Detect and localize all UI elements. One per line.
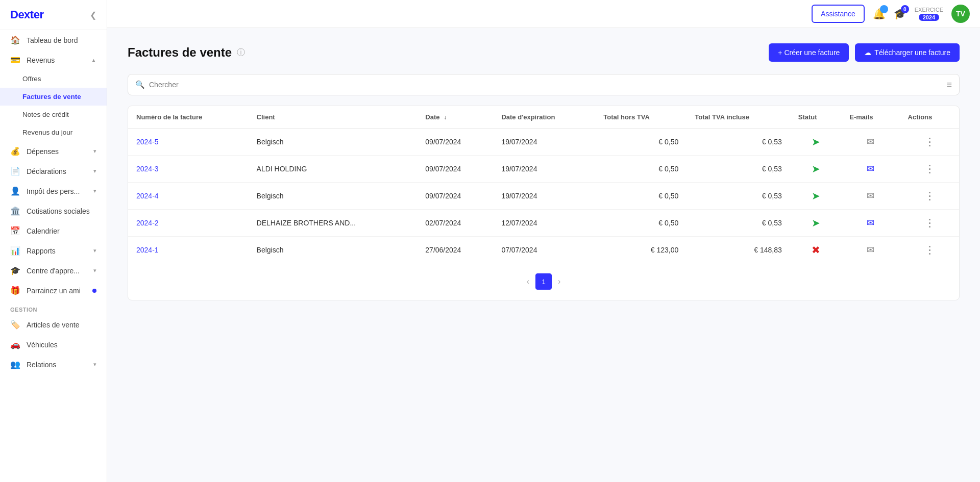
email-sent-icon[interactable]: ✉ bbox=[867, 164, 874, 174]
cell-email: ✉ bbox=[841, 210, 899, 237]
col-date: Date ↓ bbox=[417, 106, 493, 129]
vehicules-icon: 🚗 bbox=[10, 340, 20, 349]
filter-icon[interactable]: ≡ bbox=[946, 80, 952, 90]
nav-tableau-de-bord[interactable]: 🏠 Tableau de bord bbox=[0, 30, 107, 50]
invoice-link[interactable]: 2024-5 bbox=[136, 138, 159, 146]
nav-label-tableau: Tableau de bord bbox=[27, 36, 96, 44]
email-sent-icon[interactable]: ✉ bbox=[867, 218, 874, 228]
cell-numero: 2024-5 bbox=[128, 129, 249, 156]
nav-impot[interactable]: 👤 Impôt des pers... ▾ bbox=[0, 181, 107, 201]
graduation-icon[interactable]: 🎓 0 bbox=[894, 8, 906, 20]
sort-icon[interactable]: ↓ bbox=[444, 114, 447, 121]
nav-relations[interactable]: 👥 Relations ▾ bbox=[0, 354, 107, 374]
pagination: ‹ 1 › bbox=[128, 263, 959, 300]
chevron-down-icon-2: ▾ bbox=[93, 168, 96, 174]
sidebar-toggle[interactable]: ❮ bbox=[90, 10, 96, 20]
nav-notes-de-credit[interactable]: Notes de crédit bbox=[0, 106, 107, 123]
nav-label-cotisations: Cotisations sociales bbox=[27, 207, 96, 215]
nav-centre[interactable]: 🎓 Centre d'appre... ▾ bbox=[0, 261, 107, 281]
nav-calendrier[interactable]: 📅 Calendrier bbox=[0, 221, 107, 241]
actions-menu-button[interactable]: ⋮ bbox=[924, 190, 935, 201]
sidebar: Dexter ❮ 🏠 Tableau de bord 💳 Revenus ▲ O… bbox=[0, 0, 107, 482]
notification-bell[interactable]: 🔔 bbox=[873, 8, 886, 20]
calendrier-icon: 📅 bbox=[10, 226, 20, 236]
nav-declarations[interactable]: 📄 Déclarations ▾ bbox=[0, 161, 107, 181]
col-total-hors: Total hors TVA bbox=[595, 106, 687, 129]
centre-icon: 🎓 bbox=[10, 266, 20, 275]
cell-total-hors: € 0,50 bbox=[595, 183, 687, 210]
cell-numero: 2024-3 bbox=[128, 156, 249, 183]
declarations-icon: 📄 bbox=[10, 166, 20, 176]
actions-menu-button[interactable]: ⋮ bbox=[924, 163, 935, 174]
nav-label-notes: Notes de crédit bbox=[22, 111, 96, 118]
nav-cotisations[interactable]: 🏛️ Cotisations sociales bbox=[0, 201, 107, 221]
header-buttons: + Créer une facture ☁ Télécharger une fa… bbox=[769, 43, 960, 62]
table-row: 2024-1 Belgisch 27/06/2024 07/07/2024 € … bbox=[128, 237, 959, 264]
nav-label-offres: Offres bbox=[22, 75, 96, 83]
email-icon[interactable]: ✉ bbox=[867, 191, 874, 201]
invoice-link[interactable]: 2024-4 bbox=[136, 192, 159, 200]
home-icon: 🏠 bbox=[10, 35, 20, 45]
invoice-link[interactable]: 2024-2 bbox=[136, 219, 159, 227]
cell-date: 09/07/2024 bbox=[417, 129, 493, 156]
nav-label-impot: Impôt des pers... bbox=[27, 187, 87, 195]
invoice-link[interactable]: 2024-3 bbox=[136, 165, 159, 173]
info-icon[interactable]: ⓘ bbox=[237, 47, 245, 58]
create-invoice-button[interactable]: + Créer une facture bbox=[769, 43, 849, 62]
col-emails: E-mails bbox=[841, 106, 899, 129]
cell-total-hors: € 0,50 bbox=[595, 156, 687, 183]
nav-label-calendrier: Calendrier bbox=[27, 227, 96, 235]
upload-icon: ☁ bbox=[864, 48, 871, 57]
nav-articles[interactable]: 🏷️ Articles de vente bbox=[0, 315, 107, 335]
articles-icon: 🏷️ bbox=[10, 320, 20, 329]
parrainez-dot bbox=[92, 289, 96, 293]
col-statut: Statut bbox=[790, 106, 842, 129]
col-numero: Numéro de la facture bbox=[128, 106, 249, 129]
exercice-label: EXERCICE bbox=[915, 7, 943, 13]
actions-menu-button[interactable]: ⋮ bbox=[924, 136, 935, 147]
nav-label-rapports: Rapports bbox=[27, 247, 87, 255]
nav-rapports[interactable]: 📊 Rapports ▾ bbox=[0, 241, 107, 261]
nav-label-centre: Centre d'appre... bbox=[27, 267, 87, 275]
nav-label-depenses: Dépenses bbox=[27, 147, 87, 156]
cell-total-tva: € 0,53 bbox=[687, 156, 790, 183]
nav-offres[interactable]: Offres bbox=[0, 70, 107, 88]
cell-actions: ⋮ bbox=[900, 210, 959, 237]
gestion-section-label: GESTION bbox=[0, 300, 107, 315]
invoice-link[interactable]: 2024-1 bbox=[136, 246, 159, 254]
next-page-button[interactable]: › bbox=[556, 275, 562, 288]
page-title: Factures de vente bbox=[128, 45, 232, 60]
email-icon[interactable]: ✉ bbox=[867, 245, 874, 255]
actions-menu-button[interactable]: ⋮ bbox=[924, 217, 935, 229]
page-1-button[interactable]: 1 bbox=[535, 273, 552, 290]
relations-icon: 👥 bbox=[10, 360, 20, 369]
status-error-icon: ✖ bbox=[812, 244, 820, 256]
actions-menu-button[interactable]: ⋮ bbox=[924, 244, 935, 256]
cell-expiration: 12/07/2024 bbox=[493, 210, 595, 237]
exercice-year-badge[interactable]: 2024 bbox=[919, 14, 939, 21]
page-header: Factures de vente ⓘ + Créer une facture … bbox=[128, 43, 960, 62]
nav-revenus[interactable]: 💳 Revenus ▲ bbox=[0, 50, 107, 70]
cell-expiration: 07/07/2024 bbox=[493, 237, 595, 264]
search-input[interactable] bbox=[149, 74, 942, 95]
cell-email: ✉ bbox=[841, 156, 899, 183]
cell-date: 09/07/2024 bbox=[417, 156, 493, 183]
user-avatar[interactable]: TV bbox=[951, 5, 970, 23]
assistance-button[interactable]: Assistance bbox=[812, 5, 865, 23]
email-icon[interactable]: ✉ bbox=[867, 137, 874, 147]
nav-revenus-du-jour[interactable]: Revenus du jour bbox=[0, 123, 107, 141]
nav-parrainez[interactable]: 🎁 Parrainez un ami bbox=[0, 281, 107, 300]
cell-total-hors: € 0,50 bbox=[595, 210, 687, 237]
chevron-down-icon-5: ▾ bbox=[93, 267, 96, 274]
col-date-label: Date bbox=[425, 113, 439, 121]
col-expiration: Date d'expiration bbox=[493, 106, 595, 129]
logo-area: Dexter ❮ bbox=[0, 0, 107, 30]
prev-page-button[interactable]: ‹ bbox=[525, 275, 531, 288]
impot-icon: 👤 bbox=[10, 186, 20, 196]
nav-vehicules[interactable]: 🚗 Véhicules bbox=[0, 335, 107, 354]
nav-factures-de-vente[interactable]: Factures de vente bbox=[0, 88, 107, 106]
upload-invoice-button[interactable]: ☁ Télécharger une facture bbox=[855, 43, 960, 62]
cell-client: Belgisch bbox=[249, 237, 418, 264]
nav-depenses[interactable]: 💰 Dépenses ▾ bbox=[0, 141, 107, 161]
nav-label-relations: Relations bbox=[27, 361, 87, 369]
